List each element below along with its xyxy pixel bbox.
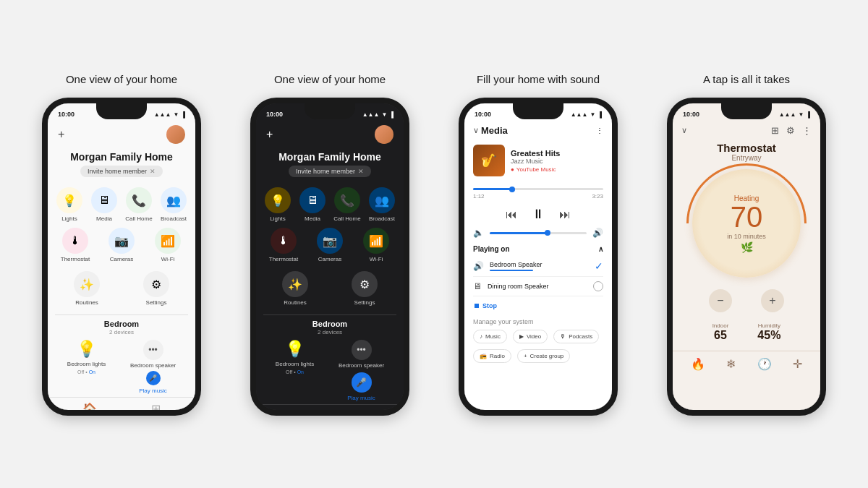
device-lights[interactable]: 💡 Bedroom lights Off • On (67, 340, 106, 394)
dark-home-tab[interactable]: 🏠 (291, 409, 305, 410)
progress-container[interactable]: 1:12 3:23 (464, 182, 612, 202)
volume-low-icon: 🔈 (473, 228, 484, 238)
skip-forward-btn[interactable]: ⏭ (559, 208, 571, 221)
chevron-up-icon[interactable]: ∧ (598, 245, 603, 253)
icon-cameras[interactable]: 📷 Cameras (101, 228, 142, 262)
mic-icon[interactable]: 🎤 (146, 371, 161, 385)
broadcast-icon: 👥 (161, 187, 187, 213)
speaker-item-1[interactable]: 🔊 Bedroom Speaker ✓ (473, 256, 603, 277)
icon-thermostat[interactable]: 🌡 Thermostat (55, 228, 95, 262)
dark-icon-thermostat[interactable]: 🌡 Thermostat (263, 228, 304, 262)
skip-back-btn[interactable]: ⏮ (506, 208, 517, 221)
home-tab-icon[interactable]: 🏠 (82, 402, 97, 410)
more-options-icon[interactable]: ⋮ (596, 127, 603, 134)
column-4: A tap is all it takes 10:00 ▲▲▲ ▼ ▐ ∨ (649, 72, 844, 416)
dark-thermostat-icon: 🌡 (271, 228, 297, 254)
avatar-2[interactable] (375, 125, 393, 144)
section-title-2: Bedroom (256, 320, 404, 328)
dark-callhome-icon: 📞 (334, 187, 360, 213)
device-speaker[interactable]: ••• Bedroom speaker 🎤 Play music (130, 340, 176, 394)
humidity-stat: Humidity 45% (757, 322, 780, 342)
phone-frame-2: 10:00 ▲▲▲ ▼ ▐ + Morgan Family Home Invit… (250, 98, 409, 416)
dark-lights-status: Off • On (286, 369, 304, 374)
icon-lights[interactable]: 💡 Lights (55, 187, 84, 222)
dark-icon-media[interactable]: 🖥 Media (298, 187, 327, 222)
chevron-down-icon: ∨ (473, 126, 479, 135)
icon-broadcast[interactable]: 👥 Broadcast (159, 187, 188, 222)
group-icon: + (524, 353, 527, 359)
media-back-btn[interactable]: ∨ Media (473, 125, 508, 136)
routines-icon: ✨ (74, 271, 100, 297)
thermo-location: Entryway (673, 154, 820, 162)
chip-podcasts[interactable]: 🎙 Podcasts (553, 330, 599, 343)
schedule-icon[interactable]: ⊞ (771, 125, 779, 136)
media-info: Greatest Hits Jazz Music ● YouTube Music (511, 149, 603, 173)
pages-tab-icon[interactable]: ⊞ (151, 402, 161, 410)
dark-icon-wifi[interactable]: 📶 Wi-Fi (356, 228, 396, 262)
invite-badge-1[interactable]: Invite home member ✕ (80, 166, 163, 177)
unselected-icon (593, 281, 603, 291)
dark-mic-icon[interactable]: 🎤 (352, 372, 372, 393)
thermo-more-icon[interactable]: ⋮ (802, 125, 812, 136)
manage-title: Manage your system (464, 315, 612, 328)
snowflake-icon[interactable]: ❄ (726, 357, 736, 371)
battery-icon-1: ▐ (181, 111, 185, 118)
icon-media[interactable]: 🖥 Media (90, 187, 119, 222)
icon-wifi[interactable]: 📶 Wi-Fi (148, 228, 188, 262)
invite-close-2[interactable]: ✕ (358, 168, 364, 175)
add-icon-1[interactable]: + (58, 128, 64, 141)
chip-radio[interactable]: 📻 Radio (473, 349, 511, 363)
radio-icon: 📻 (480, 353, 487, 359)
divider-1 (55, 314, 188, 315)
chip-music[interactable]: ♪ Music (473, 330, 507, 343)
cameras-icon: 📷 (109, 228, 135, 254)
fan-icon[interactable]: ✛ (793, 357, 802, 371)
section-title-1: Bedroom (48, 320, 195, 328)
bottom-bar-1: 🏠 ⊞ (48, 397, 195, 410)
volume-row: 🔈 🔊 (464, 226, 612, 239)
battery-icon-2: ▐ (389, 111, 393, 118)
icon-settings[interactable]: ⚙ Settings (143, 271, 169, 306)
stop-button[interactable]: ⏹ Stop (464, 296, 612, 315)
icon-callhome[interactable]: 📞 Call Home (124, 187, 153, 222)
phone-4: 10:00 ▲▲▲ ▼ ▐ ∨ ⊞ ⚙ ⋮ (667, 98, 826, 416)
dark-icon-settings[interactable]: ⚙ Settings (352, 271, 378, 306)
lights-device-icon: 💡 (77, 340, 96, 359)
thermo-title: Thermostat (673, 142, 820, 154)
flame-icon[interactable]: 🔥 (691, 357, 705, 371)
speaker-item-2[interactable]: 🖥 Dining room Speaker (473, 277, 603, 296)
dark-icon-routines[interactable]: ✨ Routines (282, 271, 308, 306)
progress-dot (509, 187, 515, 192)
thermo-dial[interactable]: Heating 70 in 10 minutes 🌿 (692, 169, 801, 278)
stop-icon: ⏹ (473, 302, 480, 309)
thermo-stats: Indoor 65 Humidity 45% (673, 317, 820, 348)
settings-icon: ⚙ (143, 271, 169, 297)
add-icon-2[interactable]: + (266, 128, 273, 141)
progress-bar[interactable] (473, 188, 603, 190)
thermo-settings-icon[interactable]: ⚙ (786, 125, 795, 136)
dark-wifi-icon: 📶 (363, 228, 389, 254)
chip-create-group[interactable]: + Create group (517, 349, 570, 363)
dark-icon-cameras[interactable]: 📷 Cameras (310, 228, 350, 262)
invite-close-1[interactable]: ✕ (150, 168, 156, 175)
notch-4 (721, 103, 772, 119)
chip-video[interactable]: ▶ Video (513, 330, 548, 343)
volume-bar[interactable] (490, 232, 587, 234)
pause-btn[interactable]: ⏸ (532, 207, 545, 222)
dark-device-speaker[interactable]: ••• Bedroom speaker 🎤 Play music (339, 340, 384, 401)
invite-badge-2[interactable]: Invite home member ✕ (289, 166, 371, 177)
avatar-1[interactable] (166, 125, 185, 144)
dark-pages-tab[interactable]: ⊞ (359, 409, 369, 410)
dark-icon-callhome[interactable]: 📞 Call Home (333, 187, 362, 222)
dark-icon-lights[interactable]: 💡 Lights (263, 187, 292, 222)
indoor-stat: Indoor 65 (712, 322, 729, 342)
temp-decrease-btn[interactable]: − (709, 289, 732, 312)
dark-grid-row1: 💡 Lights 🖥 Media 📞 Call Home 👥 (256, 184, 404, 225)
clock-icon[interactable]: 🕐 (757, 357, 772, 371)
dark-icon-broadcast[interactable]: 👥 Broadcast (367, 187, 396, 222)
thermo-back-btn[interactable]: ∨ (681, 126, 687, 135)
dark-device-lights[interactable]: 💡 Bedroom lights Off • On (276, 340, 314, 401)
icon-routines[interactable]: ✨ Routines (74, 271, 100, 306)
thermo-controls: − + (673, 285, 820, 317)
temp-increase-btn[interactable]: + (761, 289, 784, 312)
